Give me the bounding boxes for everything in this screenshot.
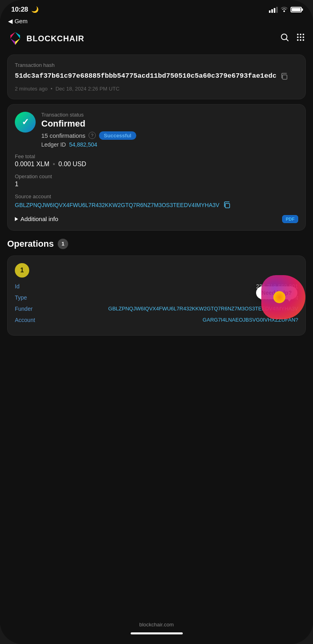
- status-info: Transaction status Confirmed 15 confirma…: [41, 112, 298, 148]
- help-circle-icon[interactable]: ?: [89, 132, 96, 139]
- svg-point-11: [303, 36, 304, 38]
- status-confirmed: Confirmed: [41, 119, 298, 129]
- svg-marker-1: [10, 32, 15, 38]
- confirmations-text: 15 confirmations: [41, 132, 85, 139]
- battery-icon: [291, 7, 302, 12]
- svg-point-13: [300, 39, 301, 41]
- ledger-id-label: Ledger ID: [41, 141, 66, 148]
- status-time: 10:28: [11, 6, 28, 14]
- pdf-download-button[interactable]: PDF: [282, 215, 298, 223]
- tx-hash-card: Transaction hash 51dc3af37b61c97e68885fb…: [7, 54, 306, 99]
- mascot-area: [257, 267, 305, 319]
- blockchair-logo-icon: [8, 31, 22, 46]
- operation-count-value: 1: [15, 181, 298, 188]
- moon-icon: 🌙: [31, 6, 39, 13]
- source-account-copy-icon[interactable]: [222, 201, 231, 209]
- bottom-bar: blockchair.com: [0, 618, 313, 644]
- source-account-item: Source account GBLZPNQJW6IQVX4FWU6L7R432…: [15, 193, 298, 209]
- site-text: blockchair.com: [139, 622, 174, 628]
- operations-count-badge: 1: [58, 239, 68, 249]
- triangle-right-icon: [15, 217, 18, 221]
- svg-point-12: [297, 39, 299, 41]
- main-content: Transaction hash 51dc3af37b61c97e68885fb…: [0, 50, 313, 618]
- op-account-label: Account: [15, 317, 47, 323]
- detail-section: Fee total 0.0001 XLM • 0.00 USD Operatio…: [15, 153, 298, 209]
- app-title: BLOCKCHAIR: [26, 34, 84, 43]
- status-card: ✓ Transaction status Confirmed 15 confir…: [7, 104, 306, 231]
- successful-badge: Successful: [99, 131, 136, 140]
- status-circle-icon: ✓: [15, 112, 36, 133]
- home-indicator: [131, 632, 183, 634]
- op-number-circle: 1: [15, 263, 29, 278]
- op-type-label: Type: [15, 294, 47, 301]
- op-account-row: Account GARG7I4LNAEOJBSVG0IVHXZZUFAN?: [15, 317, 298, 323]
- svg-rect-16: [225, 203, 230, 208]
- back-nav-label[interactable]: ◀ Gem: [8, 18, 305, 25]
- svg-marker-0: [15, 32, 20, 38]
- logo-area: BLOCKCHAIR: [8, 31, 84, 46]
- status-row: ✓ Transaction status Confirmed 15 confir…: [15, 112, 298, 148]
- svg-point-14: [303, 39, 304, 41]
- header-actions: [280, 33, 305, 44]
- source-account-label: Source account: [15, 193, 298, 199]
- mascot-highlight: [273, 291, 285, 303]
- op-type-row: Type create_account: [15, 294, 298, 301]
- svg-point-8: [303, 34, 304, 35]
- wifi-icon: [280, 6, 288, 14]
- operation-count-label: Operation count: [15, 173, 298, 179]
- svg-rect-15: [283, 75, 287, 79]
- tx-time: 2 minutes ago • Dec 18, 2024 2:26 PM UTC: [15, 86, 298, 92]
- operations-header: Operations 1: [7, 235, 306, 251]
- confirmations-row: 15 confirmations ? Successful: [41, 131, 298, 140]
- op-funder-label: Funder: [15, 306, 47, 312]
- svg-marker-2: [10, 38, 15, 45]
- svg-point-10: [300, 36, 301, 38]
- fee-total-label: Fee total: [15, 153, 298, 159]
- operation-card: 1 Id 235,718,559,801 Type create_account…: [7, 256, 306, 336]
- svg-marker-3: [15, 38, 20, 45]
- additional-info-row: Additional info PDF: [15, 215, 298, 223]
- fee-total-value: 0.0001 XLM • 0.00 USD: [15, 161, 298, 168]
- signal-bars-icon: [269, 7, 278, 13]
- fee-total-item: Fee total 0.0001 XLM • 0.00 USD: [15, 153, 298, 168]
- status-bar: 10:28 🌙: [0, 0, 313, 16]
- menu-icon[interactable]: [296, 33, 305, 44]
- search-icon[interactable]: [280, 33, 289, 44]
- source-account-value[interactable]: GBLZPNQJW6IQVX4FWU6L7R432KKW2GTQ7R6NZ7M3…: [15, 201, 298, 209]
- operation-count-item: Operation count 1: [15, 173, 298, 188]
- op-id-row: Id 235,718,559,801: [15, 283, 298, 290]
- status-icons: [269, 6, 302, 14]
- tx-hash-label: Transaction hash: [15, 62, 298, 68]
- op-funder-row: Funder GBLZPNQJW6IQVX4FWU6L7R432KKW2GTQ7…: [15, 306, 298, 312]
- back-nav[interactable]: ◀ Gem: [0, 16, 313, 28]
- ledger-id-value[interactable]: 54,882,504: [69, 141, 97, 148]
- svg-point-9: [297, 36, 299, 38]
- operations-title: Operations: [7, 239, 54, 249]
- status-title-label: Transaction status: [41, 112, 298, 118]
- svg-point-7: [300, 34, 301, 35]
- additional-info-toggle[interactable]: Additional info: [15, 215, 58, 222]
- app-header: BLOCKCHAIR: [0, 28, 313, 50]
- tx-hash-copy-icon[interactable]: [280, 72, 289, 81]
- tx-hash-value: 51dc3af37b61c97e68885fbbb54775acd11bd750…: [15, 71, 298, 81]
- svg-line-5: [287, 39, 289, 41]
- ledger-row: Ledger ID 54,882,504: [41, 141, 298, 148]
- svg-point-6: [297, 34, 299, 35]
- op-id-label: Id: [15, 283, 47, 290]
